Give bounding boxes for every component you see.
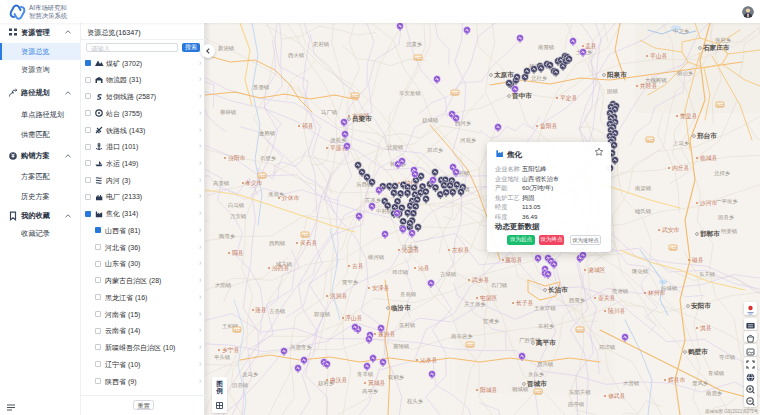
svg-text:襄垣县: 襄垣县 xyxy=(505,257,523,264)
svg-text:新店镇: 新店镇 xyxy=(218,45,235,52)
svg-text:阳城县: 阳城县 xyxy=(480,387,498,394)
svg-text:潞城区: 潞城区 xyxy=(587,266,606,274)
svg-text:辛安泉镇: 辛安泉镇 xyxy=(399,90,421,96)
svg-text:洪洞县: 洪洞县 xyxy=(329,293,348,300)
svg-text:邓庄镇: 邓庄镇 xyxy=(392,269,409,275)
svg-text:临城县: 临城县 xyxy=(700,155,718,162)
svg-text:古城镇: 古城镇 xyxy=(440,271,457,277)
svg-text:西火镇: 西火镇 xyxy=(288,52,305,59)
svg-text:长治市: 长治市 xyxy=(547,286,568,294)
svg-text:武安市: 武安市 xyxy=(662,227,680,233)
svg-text:G22: G22 xyxy=(670,247,677,251)
svg-text:马厂镇: 马厂镇 xyxy=(321,109,338,115)
svg-text:隰县: 隰县 xyxy=(232,250,244,256)
svg-text:蟒河镇: 蟒河镇 xyxy=(368,254,385,260)
svg-text:王家庄镇: 王家庄镇 xyxy=(534,305,556,311)
svg-text:北社乡: 北社乡 xyxy=(530,75,548,82)
svg-text:昔阳县: 昔阳县 xyxy=(540,123,558,130)
svg-text:沙河市: 沙河市 xyxy=(700,200,718,207)
svg-text:金殿镇: 金殿镇 xyxy=(259,130,276,136)
svg-text:北捍乡: 北捍乡 xyxy=(713,170,731,177)
svg-text:赵城镇: 赵城镇 xyxy=(422,117,439,124)
svg-text:兴唐寺乡: 兴唐寺乡 xyxy=(290,344,312,351)
svg-text:旧县镇: 旧县镇 xyxy=(232,382,249,388)
svg-text:介休市: 介休市 xyxy=(282,195,300,201)
svg-text:汾阳市: 汾阳市 xyxy=(228,155,246,162)
svg-text:双鹤乡: 双鹤乡 xyxy=(387,374,405,380)
svg-text:端氏镇: 端氏镇 xyxy=(635,208,652,214)
svg-text:古县: 古县 xyxy=(352,263,364,270)
svg-text:永乐乡: 永乐乡 xyxy=(528,371,545,377)
svg-text:郭道镇: 郭道镇 xyxy=(314,311,331,318)
svg-text:G22: G22 xyxy=(352,95,359,99)
svg-text:辉县市: 辉县市 xyxy=(668,377,686,383)
svg-text:G22: G22 xyxy=(302,234,309,238)
svg-text:赞皇县: 赞皇县 xyxy=(680,113,698,119)
svg-text:汾西县: 汾西县 xyxy=(272,265,290,272)
svg-text:襄陵镇: 襄陵镇 xyxy=(393,343,410,350)
svg-text:中卫乡: 中卫乡 xyxy=(673,28,690,34)
svg-text:晋中市: 晋中市 xyxy=(511,92,532,100)
svg-text:乡宁县: 乡宁县 xyxy=(222,347,240,353)
svg-text:沁水县: 沁水县 xyxy=(420,357,438,364)
svg-text:阳泉市: 阳泉市 xyxy=(607,71,627,79)
svg-text:石家庄市: 石家庄市 xyxy=(702,44,730,52)
svg-text:翼城县: 翼城县 xyxy=(368,379,386,386)
svg-text:壶关县: 壶关县 xyxy=(598,295,616,301)
svg-text:淇县: 淇县 xyxy=(700,325,712,332)
svg-text:石门镇: 石门镇 xyxy=(491,282,508,289)
svg-text:河底乡: 河底乡 xyxy=(460,137,477,143)
svg-text:安泽县: 安泽县 xyxy=(372,284,390,292)
svg-text:G22: G22 xyxy=(577,329,584,333)
svg-text:浇底乡: 浇底乡 xyxy=(330,137,347,144)
svg-text:晋城市: 晋城市 xyxy=(526,380,547,388)
svg-text:G22: G22 xyxy=(234,329,241,333)
svg-text:平定县: 平定县 xyxy=(560,94,578,102)
svg-text:陵川县: 陵川县 xyxy=(608,307,626,314)
svg-text:盂县: 盂县 xyxy=(585,43,597,49)
svg-text:G22: G22 xyxy=(647,139,654,143)
svg-text:官滩乡: 官滩乡 xyxy=(483,318,500,324)
svg-text:井陉县: 井陉县 xyxy=(639,82,658,89)
svg-text:东关镇: 东关镇 xyxy=(698,271,716,277)
svg-text:郑庄镇: 郑庄镇 xyxy=(599,344,616,350)
svg-text:北董乡: 北董乡 xyxy=(405,41,423,48)
svg-text:龙马乡: 龙马乡 xyxy=(242,371,259,377)
svg-text:北留镇: 北留镇 xyxy=(386,144,404,151)
svg-text:史村镇: 史村镇 xyxy=(313,41,330,48)
svg-text:高平乡: 高平乡 xyxy=(362,388,379,394)
svg-text:孝义市: 孝义市 xyxy=(245,180,263,186)
svg-text:邢台市: 邢台市 xyxy=(696,132,717,140)
svg-text:大阳镇: 大阳镇 xyxy=(215,282,232,289)
svg-text:蒲县: 蒲县 xyxy=(254,307,267,314)
svg-text:南山乡: 南山乡 xyxy=(677,70,694,76)
svg-text:吴村镇: 吴村镇 xyxy=(399,322,416,329)
svg-text:林州市: 林州市 xyxy=(647,290,666,296)
svg-text:固县乡: 固县乡 xyxy=(718,214,735,221)
svg-text:苏堡镇: 苏堡镇 xyxy=(253,84,270,90)
svg-text:陶寺乡: 陶寺乡 xyxy=(219,233,236,240)
svg-text:平山县: 平山县 xyxy=(650,52,668,59)
svg-text:南梁镇: 南梁镇 xyxy=(635,185,652,191)
svg-text:明姜镇: 明姜镇 xyxy=(721,228,738,234)
svg-text:枕头乡: 枕头乡 xyxy=(406,398,424,405)
svg-text:隆化镇: 隆化镇 xyxy=(632,268,649,275)
svg-text:磁县: 磁县 xyxy=(691,257,704,263)
svg-text:内丘县: 内丘县 xyxy=(672,165,690,171)
svg-text:沁县: 沁县 xyxy=(418,265,430,272)
svg-text:太原市: 太原市 xyxy=(494,71,514,79)
svg-text:左木乡: 左木乡 xyxy=(365,197,382,203)
svg-text:南唐乡: 南唐乡 xyxy=(706,390,723,397)
svg-text:固镇: 固镇 xyxy=(607,88,618,95)
svg-text:安阳市: 安阳市 xyxy=(691,302,711,310)
svg-text:石壁乡: 石壁乡 xyxy=(260,155,277,162)
svg-text:屯留区: 屯留区 xyxy=(479,294,498,302)
svg-text:G22: G22 xyxy=(467,344,474,348)
svg-text:青城镇: 青城镇 xyxy=(708,370,725,376)
svg-text:浮山县: 浮山县 xyxy=(345,314,363,322)
svg-text:吕梁市: 吕梁市 xyxy=(352,115,372,123)
svg-text:柳林镇: 柳林镇 xyxy=(220,109,237,115)
svg-text:G22: G22 xyxy=(452,92,459,96)
svg-text:修武县: 修武县 xyxy=(608,393,626,399)
svg-text:中村镇: 中村镇 xyxy=(376,208,393,215)
